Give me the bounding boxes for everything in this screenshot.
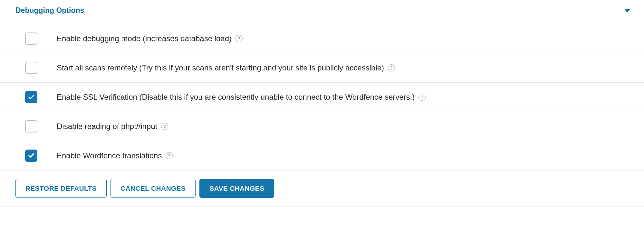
panel-title: Debugging Options: [15, 6, 84, 15]
option-label: Enable SSL Verification (Disable this if…: [57, 92, 426, 102]
option-row-remote-scans: Start all scans remotely (Try this if yo…: [0, 53, 644, 83]
option-label: Enable debugging mode (increases databas…: [57, 33, 243, 43]
checkbox-disable-php-input[interactable]: [25, 120, 37, 133]
option-row-debugging-mode: Enable debugging mode (increases databas…: [0, 24, 644, 53]
option-text: Enable SSL Verification (Disable this if…: [57, 92, 415, 102]
option-row-disable-php-input: Disable reading of php://input ?: [0, 112, 644, 141]
help-icon[interactable]: ?: [166, 152, 173, 159]
help-icon[interactable]: ?: [235, 35, 243, 42]
option-label: Disable reading of php://input ?: [57, 121, 168, 131]
option-text: Enable Wordfence translations: [57, 151, 162, 160]
help-icon[interactable]: ?: [161, 123, 168, 130]
option-text: Start all scans remotely (Try this if yo…: [57, 63, 384, 73]
option-row-ssl-verification: Enable SSL Verification (Disable this if…: [0, 83, 644, 112]
checkbox-ssl-verification[interactable]: [25, 91, 37, 103]
restore-defaults-button[interactable]: RESTORE DEFAULTS: [15, 179, 107, 198]
checkbox-debugging-mode[interactable]: [25, 32, 37, 45]
help-icon[interactable]: ?: [418, 94, 426, 101]
panel-header[interactable]: Debugging Options: [0, 0, 644, 24]
actions-bar: RESTORE DEFAULTS CANCEL CHANGES SAVE CHA…: [0, 170, 644, 206]
option-row-translations: Enable Wordfence translations ?: [0, 141, 644, 170]
checkbox-remote-scans[interactable]: [25, 62, 37, 74]
option-label: Start all scans remotely (Try this if yo…: [57, 63, 395, 73]
checkbox-translations[interactable]: [25, 150, 37, 162]
option-label: Enable Wordfence translations ?: [57, 151, 173, 160]
collapse-icon[interactable]: [624, 9, 630, 13]
cancel-changes-button[interactable]: CANCEL CHANGES: [111, 179, 196, 198]
option-text: Enable debugging mode (increases databas…: [57, 33, 232, 43]
help-icon[interactable]: ?: [388, 64, 395, 71]
debugging-options-panel: Debugging Options Enable debugging mode …: [0, 0, 644, 206]
save-changes-button[interactable]: SAVE CHANGES: [199, 179, 274, 198]
option-text: Disable reading of php://input: [57, 121, 157, 131]
